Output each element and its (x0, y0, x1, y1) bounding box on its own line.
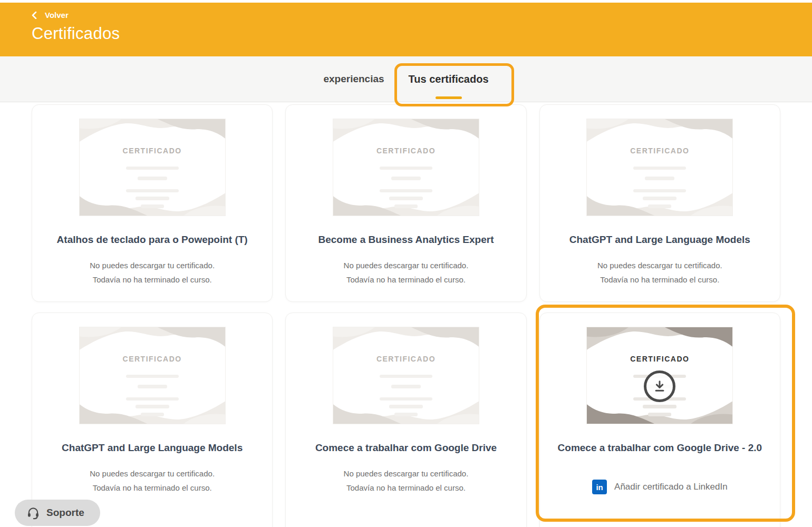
active-tab-indicator (436, 96, 462, 99)
certificate-card[interactable]: CERTIFICADO ChatGPT and Large Language M… (32, 313, 273, 527)
tab-bar: experiencias Tus certificados (0, 56, 812, 102)
download-certificate-button[interactable] (644, 370, 675, 402)
certificate-status: No puedes descargar tu certificado. Toda… (597, 259, 722, 287)
thumbnail-certificado-label: CERTIFICADO (333, 147, 479, 155)
tab-your-certificates-label: Tus certificados (409, 73, 489, 85)
linkedin-icon: in (592, 480, 607, 494)
tab-your-certificates[interactable]: Tus certificados (409, 56, 489, 102)
certificate-thumbnail: CERTIFICADO (333, 119, 479, 216)
status-line-2: Todavía no ha terminado el curso. (344, 273, 469, 287)
certificate-card[interactable]: CERTIFICADO Become a Business Analytics … (285, 104, 526, 302)
certificate-thumbnail: CERTIFICADO (79, 119, 226, 216)
tab-experiences[interactable]: experiencias (323, 56, 384, 102)
certificate-status: No puedes descargar tu certificado. Toda… (90, 467, 215, 495)
thumbnail-placeholder-lines (333, 167, 479, 208)
add-to-linkedin-label: Añadir certificado a LinkedIn (614, 482, 728, 492)
thumbnail-placeholder-lines (587, 167, 732, 208)
thumbnail-placeholder-lines (80, 375, 225, 416)
certificate-status: No puedes descargar tu certificado. Toda… (344, 467, 469, 495)
status-line-1: No puedes descargar tu certificado. (90, 467, 215, 481)
tab-experiences-label: experiencias (323, 73, 384, 85)
certificate-status: No puedes descargar tu certificado. Toda… (344, 259, 469, 287)
add-to-linkedin-link[interactable]: in Añadir certificado a LinkedIn (592, 480, 728, 494)
status-line-1: No puedes descargar tu certificado. (597, 259, 722, 272)
thumbnail-certificado-label: CERTIFICADO (333, 355, 479, 363)
status-line-2: Todavía no ha terminado el curso. (344, 481, 469, 495)
certificate-thumbnail: CERTIFICADO (333, 327, 479, 424)
status-line-1: No puedes descargar tu certificado. (344, 467, 469, 481)
certificate-thumbnail: CERTIFICADO (586, 119, 733, 216)
headset-icon (26, 506, 40, 520)
status-line-2: Todavía no ha terminado el curso. (597, 273, 722, 287)
download-icon (652, 378, 668, 394)
certificate-status: No puedes descargar tu certificado. Toda… (90, 259, 215, 287)
certificates-grid: CERTIFICADO Atalhos de teclado para o Po… (0, 102, 812, 527)
certificate-thumbnail: CERTIFICADO (79, 327, 226, 424)
back-label: Volver (45, 11, 69, 19)
certificate-card-downloadable[interactable]: CERTIFICADO Comece a trabalhar com Googl… (539, 313, 780, 527)
certificate-title: Comece a trabalhar com Google Drive (315, 440, 497, 455)
certificate-title: Atalhos de teclado para o Powepoint (T) (57, 232, 248, 247)
support-label: Soporte (46, 507, 84, 519)
page-header: Volver Certificados (0, 3, 812, 56)
certificate-title: Become a Business Analytics Expert (318, 232, 494, 247)
thumbnail-placeholder-lines (80, 167, 225, 208)
certificate-title: ChatGPT and Large Language Models (62, 440, 243, 455)
certificate-thumbnail: CERTIFICADO (586, 327, 733, 424)
thumbnail-placeholder-lines (333, 375, 479, 416)
thumbnail-certificado-label: CERTIFICADO (80, 147, 225, 155)
certificate-title: Comece a trabalhar com Google Drive - 2.… (558, 440, 762, 455)
certificate-card[interactable]: CERTIFICADO ChatGPT and Large Language M… (539, 104, 780, 302)
thumbnail-certificado-label: CERTIFICADO (587, 147, 732, 155)
status-line-1: No puedes descargar tu certificado. (344, 259, 469, 272)
support-button[interactable]: Soporte (15, 500, 100, 526)
status-line-2: Todavía no ha terminado el curso. (90, 481, 215, 495)
thumbnail-certificado-label: CERTIFICADO (80, 355, 225, 363)
page-title: Certificados (32, 24, 812, 43)
back-button[interactable]: Volver (32, 11, 100, 19)
status-line-1: No puedes descargar tu certificado. (90, 259, 215, 272)
status-line-2: Todavía no ha terminado el curso. (90, 273, 215, 287)
certificate-card[interactable]: CERTIFICADO Atalhos de teclado para o Po… (32, 104, 273, 302)
thumbnail-certificado-label: CERTIFICADO (587, 355, 732, 363)
chevron-left-icon (32, 12, 37, 19)
certificate-card[interactable]: CERTIFICADO Comece a trabalhar com Googl… (285, 313, 526, 527)
certificate-title: ChatGPT and Large Language Models (569, 232, 750, 247)
